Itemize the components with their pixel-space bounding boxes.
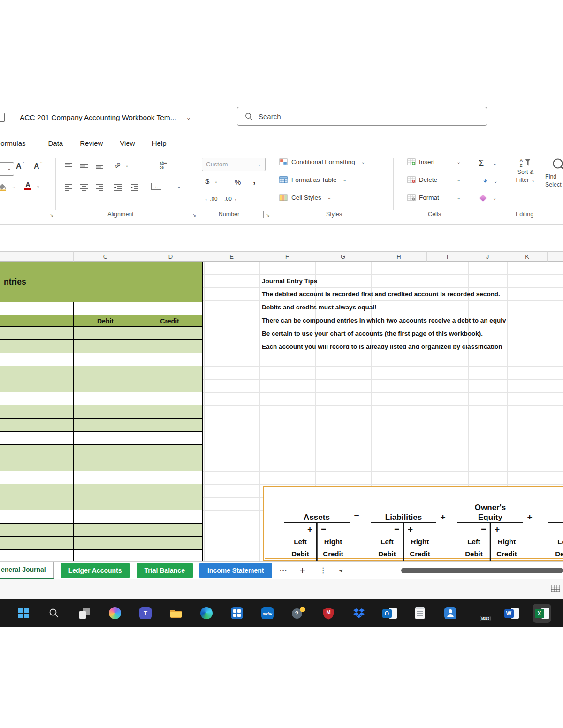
menu-formulas[interactable]: Formulas [0,139,26,147]
journal-cell[interactable] [0,366,74,379]
journal-row[interactable] [0,392,202,405]
sheet-tab-ledger-accounts[interactable]: Ledger Accounts [61,563,130,578]
taskbar-search-button[interactable] [45,604,63,623]
menu-help[interactable]: Help [152,139,167,147]
cell-styles-button[interactable]: Cell Styles ⌄ [279,194,331,201]
journal-row[interactable] [0,550,202,561]
journal-cell[interactable] [0,550,74,561]
journal-row[interactable] [0,524,202,537]
journal-row[interactable] [0,340,202,353]
mcafee-button[interactable]: M [319,604,338,623]
sheet-options-button[interactable]: ⋮ [320,566,327,575]
journal-cell-credit[interactable] [137,497,202,510]
outlook-button[interactable]: O [380,604,399,623]
column-header-D[interactable]: D [137,251,204,262]
search-input[interactable]: Search [237,107,487,126]
journal-row[interactable] [0,510,202,524]
journal-header-credit[interactable]: Credit [137,315,202,326]
file-explorer-button[interactable] [167,604,185,623]
journal-cell-credit[interactable] [137,510,202,523]
journal-cell[interactable] [0,524,74,536]
journal-cell-credit[interactable] [137,405,202,418]
conditional-formatting-button[interactable]: Conditional Formatting ⌄ [279,158,365,165]
new-sheet-button[interactable]: + [300,565,305,576]
font-dialog-launcher[interactable]: ↘ [47,211,53,218]
journal-cell-debit[interactable] [74,497,137,510]
clear-button[interactable]: ⌄ [480,195,496,201]
menu-data[interactable]: Data [48,139,63,147]
accounting-format-button[interactable]: $ ⌄ [205,177,218,185]
journal-cell-credit[interactable] [137,550,202,561]
journal-cell-credit[interactable] [137,524,202,536]
journal-cell[interactable] [0,340,74,353]
journal-blank-row[interactable] [0,302,202,315]
journal-cell-debit[interactable] [74,458,137,471]
notepad-button[interactable] [411,604,429,623]
insert-cells-button[interactable]: Insert ⌄ [407,158,461,165]
journal-cell-debit[interactable] [74,510,137,523]
journal-cell-debit[interactable] [74,366,137,379]
journal-cell[interactable] [0,458,74,471]
journal-cell-debit[interactable] [74,445,137,458]
journal-cell[interactable] [0,445,74,458]
journal-cell[interactable] [0,353,74,366]
journal-cell[interactable] [0,497,74,510]
journal-cell[interactable] [0,302,74,315]
column-header-G[interactable]: G [315,251,371,262]
normal-view-icon[interactable] [551,585,560,592]
fill-button[interactable]: ⌄ [481,177,497,185]
journal-cell-debit[interactable] [74,392,137,405]
wrap-text-button[interactable]: ab↩ ce [160,161,167,170]
align-bottom-button[interactable] [94,162,105,170]
journal-cell-debit[interactable] [74,379,137,392]
journal-cell[interactable] [0,392,74,405]
journal-cell-debit[interactable] [74,537,137,549]
app-grid-button[interactable] [228,604,246,623]
sheet-tab-general-journal[interactable]: eneral Journal [0,562,54,579]
align-top-button[interactable] [63,162,74,170]
journal-cell-debit[interactable] [74,327,137,339]
dropbox-button[interactable] [350,604,368,623]
menu-view[interactable]: View [120,139,135,147]
journal-cell-credit[interactable] [137,392,202,405]
journal-cell-credit[interactable] [137,432,202,444]
journal-cell[interactable] [137,302,202,315]
start-button[interactable] [14,604,33,623]
journal-cell[interactable] [0,537,74,549]
find-select-button[interactable]: Find Select [542,158,563,188]
journal-cell-debit[interactable] [74,550,137,561]
journal-cell-debit[interactable] [74,432,137,444]
journal-cell-debit[interactable] [74,471,137,484]
task-view-button[interactable] [75,604,94,623]
column-header-C[interactable]: C [74,251,137,262]
number-dialog-launcher[interactable]: ↘ [263,211,270,218]
orientation-button[interactable]: ab ⌄ [114,162,129,168]
word-button[interactable]: W [502,604,521,623]
excel-button[interactable]: X [533,604,551,623]
horizontal-scrollbar-thumb[interactable] [401,568,563,573]
journal-cell[interactable] [0,419,74,431]
myhp-button[interactable]: myhp [258,604,277,623]
journal-row[interactable] [0,379,202,392]
journal-cell[interactable] [0,484,74,497]
journal-cell-credit[interactable] [137,445,202,458]
journal-row[interactable] [0,405,202,419]
journal-row[interactable] [0,445,202,458]
column-header-J[interactable]: J [468,251,507,262]
get-help-button[interactable]: ? [289,604,307,623]
font-color-button[interactable]: A ⌄ [24,181,40,190]
teams-button[interactable]: T [136,604,155,623]
edge-button[interactable] [197,604,216,623]
decrease-decimal-button[interactable]: ←.00 [205,196,218,202]
journal-cell-credit[interactable] [137,419,202,431]
menu-review[interactable]: Review [80,139,103,147]
journal-cell-credit[interactable] [137,340,202,353]
autosum-button[interactable]: Σ ⌄ [479,158,497,168]
column-header-blank[interactable] [0,251,74,262]
journal-header-debit[interactable]: Debit [74,315,137,326]
sheet-tab-trial-balance[interactable]: Trial Balance [137,563,193,578]
font-size-dropdown[interactable]: ⌄ [0,162,14,176]
journal-cell-credit[interactable] [137,484,202,497]
column-header-F[interactable]: F [259,251,315,262]
tab-scroll-left-button[interactable]: ◀ [339,568,342,573]
